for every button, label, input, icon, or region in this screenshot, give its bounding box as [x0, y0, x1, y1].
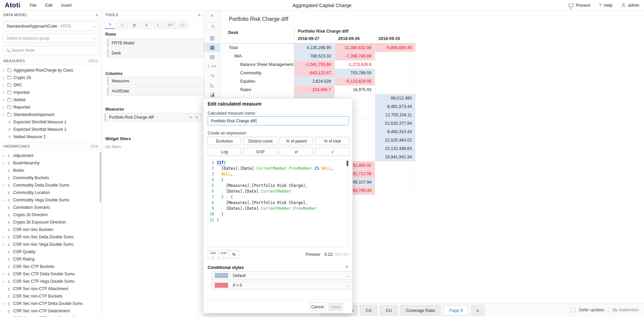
menu-item[interactable]: Edit: [45, 3, 52, 8]
measure-folder[interactable]: ▸ Imported: [0, 89, 102, 96]
number-format-button[interactable]: %: [228, 250, 239, 259]
cell[interactable]: 8,481,873.44: [375, 103, 416, 111]
user-menu[interactable]: admin: [621, 3, 639, 8]
expression-button[interactable]: Distinct count: [244, 137, 277, 145]
tool-tab[interactable]: ▽: [117, 21, 128, 29]
widget-type-icon[interactable]: ▏123: [204, 62, 220, 71]
search-fields-input[interactable]: Search fields: [3, 46, 99, 55]
column-field-chip[interactable]: Measures: [107, 77, 204, 85]
cube-select[interactable]: StandardisedApproachCube - FRTB ⌄: [3, 22, 99, 31]
expand-panel-icon[interactable]: »: [204, 13, 220, 18]
caret-right-icon[interactable]: ▸: [3, 235, 5, 239]
column-field-chip[interactable]: AsOfDate: [107, 87, 204, 95]
hierarchy-item[interactable]: ▸ CSR Sec CTP Vega Double Sums: [0, 278, 102, 285]
caret-right-icon[interactable]: ▸: [3, 154, 5, 157]
expression-button[interactable]: % of parent: [280, 137, 313, 145]
cell[interactable]: 16,975.93: [335, 86, 375, 94]
number-format-button[interactable]: 0.00 →: [218, 250, 229, 259]
hierarchy-item[interactable]: ▸ Adjustment: [0, 152, 102, 159]
expression-button[interactable]: xʸ: [280, 148, 313, 156]
caret-right-icon[interactable]: ▸: [3, 198, 5, 202]
conditional-style-select[interactable]: Default ⌄: [212, 271, 353, 280]
add-sheet-button[interactable]: +: [471, 305, 485, 316]
tool-tab[interactable]: X⁄Y: [165, 21, 176, 29]
cell[interactable]: 22,520,464.02: [375, 136, 416, 144]
measure-item[interactable]: # Expected Shortfall Measure 2: [0, 126, 102, 133]
hierarchy-item[interactable]: ▸ CSR Quality: [0, 248, 102, 255]
caret-right-icon[interactable]: ▸: [3, 91, 5, 94]
cell[interactable]: -1,041,755.68: [294, 61, 335, 69]
cell[interactable]: 52,633,377.94: [375, 119, 416, 127]
hierarchy-item[interactable]: ▸ Books: [0, 167, 102, 174]
hierarchy-item[interactable]: ▸ Correlation Scenario: [0, 204, 102, 211]
hierarchy-item[interactable]: ▸ Commodity Vega Double Sums: [0, 196, 102, 204]
measure-folder[interactable]: ▸ Reported: [0, 104, 102, 111]
add-style-icon[interactable]: +: [345, 264, 348, 270]
hierarchy-item[interactable]: ▸ CSR non-Sec Vega Double Sums: [0, 241, 102, 248]
help-button[interactable]: ? Help: [599, 3, 612, 8]
menu-item[interactable]: File: [30, 3, 36, 8]
tool-tab[interactable]: ✎: [105, 21, 115, 29]
caret-right-icon[interactable]: ▸: [3, 98, 5, 102]
cell[interactable]: 66,012,480: [375, 94, 416, 102]
measure-name-input[interactable]: Portfolio Risk Charge diff: [208, 116, 349, 125]
widget-type-icon[interactable]: ▦: [204, 43, 220, 52]
measure-group-select[interactable]: Select a measure group ⌄: [3, 34, 99, 43]
hierarchy-item[interactable]: ▸ CSR non-Sec Delta Double Sums: [0, 233, 102, 241]
row-label[interactable]: Equities: [221, 77, 294, 85]
cell[interactable]: [375, 69, 416, 77]
expression-button[interactable]: EXP: [244, 148, 277, 156]
menu-item[interactable]: Insert: [61, 3, 72, 8]
measure-folder[interactable]: ▸ DRC: [0, 81, 102, 89]
caret-right-icon[interactable]: ▸: [3, 69, 5, 72]
caret-right-icon[interactable]: ▸: [3, 161, 5, 165]
present-button[interactable]: Present: [569, 3, 590, 8]
caret-right-icon[interactable]: ▸: [3, 272, 5, 276]
cell[interactable]: [375, 187, 416, 195]
cell[interactable]: -5,888,685.45: [375, 44, 416, 52]
hierarchy-item[interactable]: ▸ CSR Sec CTP Buckets: [0, 263, 102, 270]
column-header[interactable]: 2018-09-25: [375, 35, 416, 44]
hierarchies-section-header[interactable]: HIERARCHIES (119): [0, 143, 102, 150]
hierarchy-item[interactable]: ▸ CSR Sec non-CTP Vega Double Sums: [0, 315, 102, 317]
cell[interactable]: 18,941,941.34: [375, 153, 416, 161]
hierarchy-item[interactable]: ▸ CSR non-Sec Buckets: [0, 226, 102, 233]
collapse-panel-icon[interactable]: «: [96, 12, 98, 17]
tool-tab[interactable]: ▤: [129, 21, 140, 29]
hierarchy-item[interactable]: ▸ Commodity Delta Double Sums: [0, 182, 102, 189]
cell[interactable]: [375, 86, 416, 94]
row-field-chip[interactable]: Desk: [107, 49, 204, 57]
cell[interactable]: -5,123,629.95: [335, 77, 375, 85]
sheet-tab[interactable]: Coverage Ratio: [400, 305, 441, 316]
caret-right-icon[interactable]: ▸: [3, 113, 5, 116]
caret-right-icon[interactable]: ▸: [3, 83, 5, 87]
row-label[interactable]: Commodity: [221, 69, 294, 77]
mdx-code-editor[interactable]: 1 IIf( 2 [Dates].[Date].CurrentMember.Pr…: [208, 160, 349, 247]
widget-type-icon[interactable]: ▥: [204, 34, 220, 42]
expression-button[interactable]: Evolution: [208, 137, 241, 145]
hierarchy-item[interactable]: ▸ CSR Sec non-CTP Attachment: [0, 285, 102, 292]
measure-folder[interactable]: ▸ Aggregated RiskCharge by Class: [0, 67, 102, 74]
cell[interactable]: 4,135,286.95: [294, 44, 335, 52]
caret-right-icon[interactable]: ▸: [3, 243, 5, 246]
hierarchy-item[interactable]: ▸ BookHierarchy: [0, 159, 102, 167]
widget-type-icon[interactable]: ◺: [204, 81, 220, 89]
row-label[interactable]: Balance Sheet Management: [221, 61, 294, 69]
defer-updates-checkbox[interactable]: [571, 308, 575, 312]
hierarchy-item[interactable]: ▸ Crypto 2b Exposure Direction: [0, 219, 102, 226]
edit-measure-icon[interactable]: ✎: [189, 115, 192, 120]
cell[interactable]: 12,705,104.11: [375, 111, 416, 119]
sidebar-scrollbar[interactable]: [100, 152, 101, 202]
widget-type-icon[interactable]: ◪: [204, 90, 220, 99]
measure-folder[interactable]: ▸ Crypto 2b: [0, 74, 102, 81]
hierarchy-item[interactable]: ▸ CSR Sec non-CTP Detachment: [0, 307, 102, 315]
cell[interactable]: -234,405.7: [294, 86, 335, 94]
measure-folder[interactable]: ▸ StandardisedApproach: [0, 111, 102, 118]
hierarchy-item[interactable]: ▸ Commodity Buckets: [0, 174, 102, 182]
cell[interactable]: [375, 52, 416, 60]
cell[interactable]: 2,624,528: [294, 77, 335, 85]
caret-right-icon[interactable]: ▸: [3, 302, 5, 305]
editor-scrollbar[interactable]: [347, 161, 348, 166]
hierarchy-item[interactable]: ▸ Crypto 2b Direction: [0, 211, 102, 219]
caret-right-icon[interactable]: ▸: [3, 280, 5, 283]
